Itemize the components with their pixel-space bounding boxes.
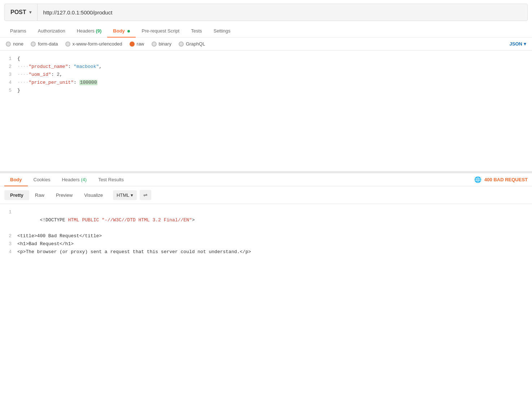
status-badge: 🌐 400 BAD REQUEST xyxy=(474,176,528,183)
code-line-4: 4 ····"price_per_unit": 100000 xyxy=(0,79,532,87)
radio-raw xyxy=(130,42,135,47)
body-type-none[interactable]: none xyxy=(6,41,23,47)
radio-urlencoded xyxy=(65,42,70,47)
radio-binary xyxy=(152,42,157,47)
tab-headers[interactable]: Headers (9) xyxy=(71,25,108,37)
chevron-down-icon: ▾ xyxy=(29,10,31,15)
body-type-urlencoded[interactable]: x-www-form-urlencoded xyxy=(65,41,122,47)
format-visualize-button[interactable]: Visualize xyxy=(78,190,109,200)
resp-line-content-2: <title>400 Bad Request</title> xyxy=(17,232,532,240)
line-content-3: ····"uom_id": 2, xyxy=(17,71,532,79)
response-tabs-row: Body Cookies Headers (4) Test Results 🌐 … xyxy=(0,173,532,186)
resp-line-1: 1 <!DOCTYPE HTML PUBLIC "-//W3C//DTD HTM… xyxy=(0,208,532,232)
resp-line-4: 4 <p>The browser (or proxy) sent a reque… xyxy=(0,248,532,256)
resp-line-number-2: 2 xyxy=(0,232,17,240)
response-headers-badge: (4) xyxy=(81,177,87,182)
code-line-3: 3 ····"uom_id": 2, xyxy=(0,71,532,79)
response-format-select[interactable]: HTML ▾ xyxy=(113,190,137,200)
body-type-raw[interactable]: raw xyxy=(130,41,144,47)
body-type-binary[interactable]: binary xyxy=(152,41,171,47)
response-tab-cookies[interactable]: Cookies xyxy=(28,173,56,186)
line-content-1: { xyxy=(17,55,532,63)
resp-line-content-4: <p>The browser (or proxy) sent a request… xyxy=(17,248,532,256)
chevron-down-icon: ▾ xyxy=(131,192,133,198)
resp-line-number-1: 1 xyxy=(0,208,17,216)
code-line-5: 5 } xyxy=(0,87,532,95)
line-number-1: 1 xyxy=(0,55,17,63)
radio-none xyxy=(6,42,11,47)
highlighted-value: 100000 xyxy=(79,80,98,85)
method-label: POST xyxy=(10,9,26,16)
format-pretty-button[interactable]: Pretty xyxy=(4,190,29,200)
request-tabs: Params Authorization Headers (9) Body Pr… xyxy=(0,25,532,38)
url-input[interactable] xyxy=(38,9,527,16)
response-tab-test-results[interactable]: Test Results xyxy=(92,173,130,186)
format-select[interactable]: JSON ▾ xyxy=(510,41,526,47)
tab-params[interactable]: Params xyxy=(4,25,32,37)
code-editor[interactable]: 1 { 2 ····"product_name": "macbook", 3 ·… xyxy=(0,51,532,173)
globe-icon: 🌐 xyxy=(474,176,481,183)
url-bar: POST ▾ xyxy=(4,4,528,21)
tab-tests[interactable]: Tests xyxy=(185,25,208,37)
tab-settings[interactable]: Settings xyxy=(208,25,236,37)
line-number-4: 4 xyxy=(0,79,17,87)
response-format-type: HTML xyxy=(117,192,129,198)
code-line-2: 2 ····"product_name": "macbook", xyxy=(0,63,532,71)
line-number-3: 3 xyxy=(0,71,17,79)
format-preview-button[interactable]: Preview xyxy=(50,190,78,200)
response-format-bar: Pretty Raw Preview Visualize HTML ▾ ⇌ xyxy=(0,186,532,204)
radio-graphql xyxy=(179,42,184,47)
line-content-2: ····"product_name": "macbook", xyxy=(17,63,532,71)
line-number-2: 2 xyxy=(0,63,17,71)
method-dropdown[interactable]: POST ▾ xyxy=(5,4,38,21)
resp-line-number-4: 4 xyxy=(0,248,17,256)
body-active-dot xyxy=(127,30,130,32)
wrap-icon[interactable]: ⇌ xyxy=(140,190,151,200)
tab-prerequest[interactable]: Pre-request Script xyxy=(136,25,185,37)
radio-formdata xyxy=(31,42,36,47)
chevron-down-icon: ▾ xyxy=(524,41,526,47)
response-section: Body Cookies Headers (4) Test Results 🌐 … xyxy=(0,173,532,261)
tab-authorization[interactable]: Authorization xyxy=(32,25,71,37)
body-type-formdata[interactable]: form-data xyxy=(31,41,58,47)
tab-body[interactable]: Body xyxy=(107,25,136,37)
line-number-5: 5 xyxy=(0,87,17,95)
line-content-4: ····"price_per_unit": 100000 xyxy=(17,79,532,87)
resp-line-number-3: 3 xyxy=(0,240,17,248)
resp-line-2: 2 <title>400 Bad Request</title> xyxy=(0,232,532,240)
body-types-row: none form-data x-www-form-urlencoded raw… xyxy=(0,38,532,51)
resp-line-content-1: <!DOCTYPE HTML PUBLIC "-//W3C//DTD HTML … xyxy=(17,208,532,232)
response-code: 1 <!DOCTYPE HTML PUBLIC "-//W3C//DTD HTM… xyxy=(0,204,532,261)
line-content-5: } xyxy=(17,87,532,95)
resp-line-3: 3 <h1>Bad Request</h1> xyxy=(0,240,532,248)
code-line-1: 1 { xyxy=(0,55,532,63)
body-type-graphql[interactable]: GraphQL xyxy=(179,41,205,47)
response-tab-headers[interactable]: Headers (4) xyxy=(56,173,92,186)
format-raw-button[interactable]: Raw xyxy=(29,190,50,200)
status-text: 400 BAD REQUEST xyxy=(484,177,528,182)
resp-line-content-3: <h1>Bad Request</h1> xyxy=(17,240,532,248)
response-tab-body[interactable]: Body xyxy=(4,173,28,186)
headers-badge: (9) xyxy=(96,28,101,34)
